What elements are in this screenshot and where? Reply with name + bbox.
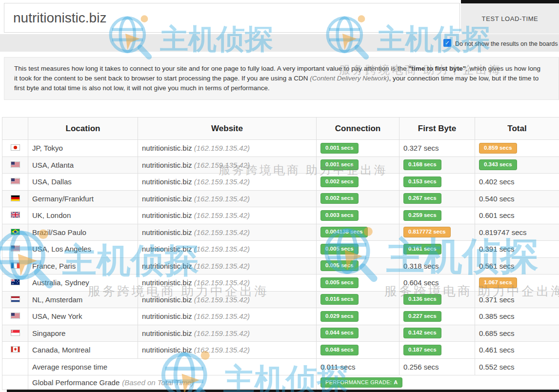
total-cell: 0.391 secs	[475, 241, 559, 258]
average-connection-value: 0.011 secs	[317, 358, 399, 375]
connection-cell: 0.002 secs	[317, 174, 399, 191]
first-byte-cell: 0.267 secs	[399, 190, 475, 207]
first-byte-cell: 0.153 secs	[399, 174, 475, 191]
total-cell: 0.371 secs	[475, 291, 559, 308]
website-cell: nutritionistic.biz (162.159.135.42)	[138, 257, 317, 274]
time-value: 0.461 secs	[479, 346, 515, 354]
website-cell: nutritionistic.biz (162.159.135.42)	[138, 308, 317, 325]
flag-us-icon	[11, 312, 20, 320]
table-row: USA, Atlanta nutritionistic.biz (162.159…	[2, 157, 559, 174]
grade-note: (Based on Total Time)	[122, 378, 194, 387]
first-byte-column-header: First Byte	[399, 118, 475, 140]
time-value: 0.540 secs	[479, 195, 515, 203]
flag-fr-icon	[11, 262, 20, 270]
test-load-time-button[interactable]: TEST LOAD-TIME	[461, 3, 559, 34]
total-cell: 0.819747 secs	[475, 224, 559, 241]
average-row: Average response time 0.011 secs 0.256 s…	[2, 358, 559, 375]
description-italic: (Content Delivery Network)	[310, 75, 389, 82]
total-cell: 0.343 secs	[475, 157, 559, 174]
total-cell: 0.385 secs	[475, 308, 559, 325]
grade-badge-cell: PERFORMANCE GRADE:A	[317, 375, 559, 390]
time-badge: 0.343 secs	[479, 159, 517, 170]
grade-row: Global Performance Grade(Based on Total …	[2, 375, 559, 390]
time-badge: 0.136 secs	[403, 294, 441, 305]
time-value: 0.561 secs	[479, 262, 515, 270]
location-cell: JP, Tokyo	[28, 140, 138, 157]
time-value: 0.385 secs	[479, 312, 515, 320]
first-byte-cell: 0.227 secs	[399, 308, 475, 325]
total-cell: 0.561 secs	[475, 257, 559, 274]
grade-badge-prefix: PERFORMANCE GRADE:	[325, 379, 392, 385]
time-badge: 0.001 secs	[320, 143, 359, 154]
description-text-1: This test measures how long it takes to …	[14, 65, 408, 72]
connection-cell: 0.005 secs	[317, 274, 399, 292]
average-first-byte-value: 0.256 secs	[399, 358, 475, 375]
first-byte-cell: 0.604 secs	[399, 274, 475, 292]
test-description: This test measures how long it takes to …	[4, 57, 559, 100]
total-cell: 0.685 secs	[475, 325, 559, 342]
grade-flag-cell	[2, 375, 28, 390]
flag-us-icon	[11, 245, 20, 253]
time-badge: 0.001 secs	[320, 159, 359, 170]
website-column-header: Website	[138, 118, 317, 140]
table-row: Australia, Sydney nutritionistic.biz (16…	[2, 274, 559, 292]
table-row: JP, Tokyo nutritionistic.biz (162.159.13…	[2, 140, 559, 157]
location-cell: Singapore	[28, 325, 138, 342]
website-cell: nutritionistic.biz (162.159.135.42)	[138, 174, 317, 191]
domain-input[interactable]	[4, 3, 460, 33]
connection-cell: 0.001 secs	[317, 157, 399, 174]
total-cell: 0.540 secs	[475, 190, 559, 207]
table-row: France, Paris nutritionistic.biz (162.15…	[2, 257, 559, 274]
time-badge: 0.004138 secs	[320, 227, 368, 237]
time-badge: 0.859 secs	[479, 143, 517, 154]
description-bold: "time to first byte"	[408, 65, 466, 72]
connection-cell: 0.048 secs	[317, 342, 399, 359]
time-value: 0.327 secs	[403, 144, 439, 152]
total-cell: 0.461 secs	[475, 342, 559, 359]
location-cell: USA, Los Angeles	[28, 241, 138, 258]
website-cell: nutritionistic.biz (162.159.135.42)	[138, 241, 317, 258]
connection-cell: 0.003 secs	[317, 207, 399, 224]
flag-us-icon	[11, 161, 20, 169]
table-row: USA, Los Angeles nutritionistic.biz (162…	[2, 241, 559, 258]
table-row: USA, Dallas nutritionistic.biz (162.159.…	[2, 174, 559, 191]
bottom-black-bar	[7, 390, 559, 392]
first-byte-cell: 0.187 secs	[399, 342, 475, 359]
time-badge: 0.003 secs	[320, 210, 359, 221]
time-badge: 0.005 secs	[320, 244, 359, 255]
average-flag-cell	[2, 358, 28, 375]
time-badge: 0.153 secs	[403, 176, 441, 187]
time-value: 0.685 secs	[479, 329, 515, 337]
time-value: 0.402 secs	[479, 177, 515, 186]
time-value: 0.604 secs	[403, 278, 439, 287]
location-cell: USA, Atlanta	[28, 157, 138, 174]
checkmark-icon: ✓	[445, 40, 450, 46]
table-row: UK, London nutritionistic.biz (162.159.1…	[2, 207, 559, 224]
grade-label-cell: Global Performance Grade(Based on Total …	[28, 375, 317, 390]
connection-cell: 0.002 secs	[317, 190, 399, 207]
website-cell: nutritionistic.biz (162.159.135.42)	[138, 325, 317, 342]
first-byte-cell: 0.327 secs	[399, 140, 475, 157]
table-body: JP, Tokyo nutritionistic.biz (162.159.13…	[2, 140, 559, 359]
location-column-header: Location	[28, 118, 138, 140]
total-column-header: Total	[475, 118, 559, 140]
flag-au-icon	[11, 278, 20, 287]
hide-results-checkbox[interactable]: ✓	[443, 39, 451, 47]
total-cell: 0.601 secs	[475, 207, 559, 224]
table-row: Canada, Montreal nutritionistic.biz (162…	[2, 342, 559, 359]
table-row: Germany/Frankfurt nutritionistic.biz (16…	[2, 190, 559, 207]
total-cell: 0.402 secs	[475, 174, 559, 191]
website-cell: nutritionistic.biz (162.159.135.42)	[138, 190, 317, 207]
results-table: Location Website Connection First Byte T…	[2, 117, 559, 390]
flag-nl-icon	[11, 295, 20, 304]
time-badge: 0.259 secs	[403, 210, 441, 221]
time-value: 0.371 secs	[479, 295, 515, 304]
time-badge: 0.817772 secs	[403, 227, 451, 237]
website-cell: nutritionistic.biz (162.159.135.42)	[138, 274, 317, 292]
connection-cell: 0.005 secs	[317, 257, 399, 274]
table-row: Singapore nutritionistic.biz (162.159.13…	[2, 325, 559, 342]
grade-badge-value: A	[394, 379, 398, 385]
table-header-row: Location Website Connection First Byte T…	[2, 118, 559, 140]
flag-jp-icon	[11, 144, 20, 152]
flag-ca-icon	[11, 346, 20, 354]
